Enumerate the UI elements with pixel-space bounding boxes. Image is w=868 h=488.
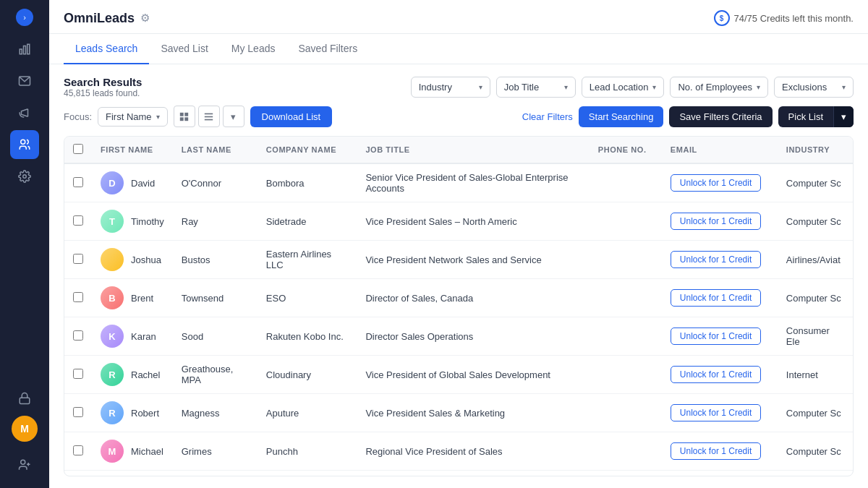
jobtitle-value: Director of Sales, Canada <box>365 293 473 304</box>
firstname-value: Joshua <box>131 254 161 265</box>
search-results-info: Search Results 45,815 leads found. <box>64 76 142 98</box>
row-jobtitle-cell: Regional Vice President of Sales <box>357 432 589 471</box>
row-checkbox-cell <box>64 394 92 432</box>
list-view-button[interactable] <box>198 106 220 127</box>
unlock-email-button[interactable]: Unlock for 1 Credit <box>671 289 761 307</box>
row-company-cell: Aputure <box>258 394 357 432</box>
avatar: R <box>101 401 124 424</box>
view-icons: ▾ <box>174 106 244 127</box>
credits-text: 74/75 Credits left this month. <box>734 13 854 24</box>
row-lastname-cell: O'Connor <box>173 163 258 202</box>
name-with-avatar: B Brent <box>101 286 164 309</box>
tab-saved-filters[interactable]: Saved Filters <box>286 34 369 64</box>
row-checkbox[interactable] <box>73 254 83 264</box>
tab-saved-list[interactable]: Saved List <box>149 34 219 64</box>
select-all-checkbox[interactable] <box>73 144 83 154</box>
focus-label: Focus: <box>64 111 92 122</box>
sidebar-item-mail[interactable] <box>10 67 39 95</box>
row-checkbox[interactable] <box>73 445 83 455</box>
row-email-cell: Unlock for 1 Credit <box>662 432 778 471</box>
pick-list-button[interactable]: Pick List ▾ <box>778 106 854 127</box>
lead-location-filter[interactable]: Lead Location ▾ <box>582 77 665 98</box>
row-phone-cell <box>590 432 662 471</box>
svg-point-7 <box>21 460 25 464</box>
row-firstname-cell: K Karan <box>92 317 173 356</box>
leads-table-wrapper: FIRST NAME LAST NAME COMPANY NAME JOB TI… <box>64 136 854 476</box>
row-checkbox[interactable] <box>73 292 83 302</box>
user-avatar[interactable]: M <box>12 416 38 442</box>
industry-filter[interactable]: Industry ▾ <box>411 77 490 98</box>
row-checkbox[interactable] <box>73 215 83 226</box>
header-jobtitle: JOB TITLE <box>357 137 589 163</box>
row-lastname-cell: Ray <box>173 202 258 241</box>
name-with-avatar: R Rachel <box>101 363 164 386</box>
pick-list-arrow-icon[interactable]: ▾ <box>833 106 854 127</box>
job-title-filter[interactable]: Job Title ▾ <box>496 77 576 98</box>
row-checkbox[interactable] <box>73 369 83 379</box>
sidebar-item-users[interactable] <box>10 130 39 159</box>
grid-view-button[interactable] <box>174 106 195 127</box>
save-filters-button[interactable]: Save Filters Criteria <box>669 106 772 127</box>
search-results-count: 45,815 leads found. <box>64 88 142 98</box>
settings-icon[interactable]: ⚙ <box>140 12 150 25</box>
company-value: Sidetrade <box>266 216 307 227</box>
chevron-down-icon: ▾ <box>842 83 846 91</box>
row-industry-cell: Consumer Ele <box>778 317 853 356</box>
more-options-button[interactable]: ▾ <box>223 106 244 127</box>
sidebar-toggle[interactable]: › <box>16 9 33 26</box>
sidebar-item-lock[interactable] <box>10 384 39 413</box>
table-row: T Timothy Ray Sidetrade Vice President S… <box>64 202 853 241</box>
avatar: K <box>101 325 124 348</box>
unlock-email-button[interactable]: Unlock for 1 Credit <box>671 174 761 192</box>
row-firstname-cell: K Kevin <box>92 471 173 477</box>
unlock-email-button[interactable]: Unlock for 1 Credit <box>671 442 761 460</box>
row-checkbox[interactable] <box>73 177 83 187</box>
employees-filter[interactable]: No. of Employees ▾ <box>670 77 768 98</box>
tabs-bar: Leads Search Saved List My Leads Saved F… <box>49 34 868 64</box>
unlock-email-button[interactable]: Unlock for 1 Credit <box>671 251 761 268</box>
clear-filters-link[interactable]: Clear Filters <box>522 111 573 122</box>
industry-value: Computer Sc <box>786 216 841 227</box>
row-checkbox[interactable] <box>73 407 83 417</box>
download-list-button[interactable]: Download List <box>250 106 333 127</box>
sidebar-item-add-user[interactable] <box>10 450 39 479</box>
lastname-value: Sood <box>182 331 203 342</box>
row-phone-cell <box>590 241 662 279</box>
unlock-email-button[interactable]: Unlock for 1 Credit <box>671 213 761 230</box>
tab-leads-search[interactable]: Leads Search <box>64 34 149 64</box>
row-lastname-cell: Grimes <box>173 432 258 471</box>
main-content: OmniLeads ⚙ $ 74/75 Credits left this mo… <box>49 0 868 488</box>
svg-rect-13 <box>184 117 188 121</box>
company-value: Cloudinary <box>266 369 311 380</box>
table-row: Joshua Bustos Eastern Airlines LLC Vice … <box>64 241 853 279</box>
row-checkbox[interactable] <box>73 330 83 341</box>
sidebar-item-settings[interactable] <box>10 162 39 191</box>
svg-rect-1 <box>24 46 26 54</box>
tab-my-leads[interactable]: My Leads <box>220 34 287 64</box>
pick-list-label: Pick List <box>778 106 833 127</box>
lastname-value: Greathouse, MPA <box>182 364 234 385</box>
exclusions-filter[interactable]: Exclusions ▾ <box>774 77 854 98</box>
unlock-email-button[interactable]: Unlock for 1 Credit <box>671 404 761 421</box>
row-lastname-cell: Greathouse, MPA <box>173 356 258 394</box>
header-checkbox <box>64 137 92 163</box>
row-lastname-cell: Townsend <box>173 279 258 317</box>
leads-table: FIRST NAME LAST NAME COMPANY NAME JOB TI… <box>64 137 853 476</box>
row-phone-cell <box>590 202 662 241</box>
company-value: Rakuten Kobo Inc. <box>266 331 344 342</box>
sidebar-item-chart[interactable] <box>10 35 39 64</box>
sidebar: › M <box>0 0 49 488</box>
table-header: FIRST NAME LAST NAME COMPANY NAME JOB TI… <box>64 137 853 163</box>
industry-value: Computer Sc <box>786 178 841 189</box>
unlock-email-button[interactable]: Unlock for 1 Credit <box>671 366 761 383</box>
start-searching-button[interactable]: Start Searching <box>579 106 664 127</box>
row-email-cell: Unlock for 1 Credit <box>662 202 778 241</box>
row-company-cell: ESO <box>258 279 357 317</box>
svg-rect-0 <box>20 49 22 54</box>
industry-value: Consumer Ele <box>786 325 830 347</box>
sidebar-item-megaphone[interactable] <box>10 98 39 127</box>
focus-select[interactable]: First Name ▾ <box>98 107 168 127</box>
firstname-value: Brent <box>131 293 153 304</box>
row-jobtitle-cell: Senior Vice President of Sales-Global En… <box>357 163 589 202</box>
unlock-email-button[interactable]: Unlock for 1 Credit <box>671 328 761 345</box>
